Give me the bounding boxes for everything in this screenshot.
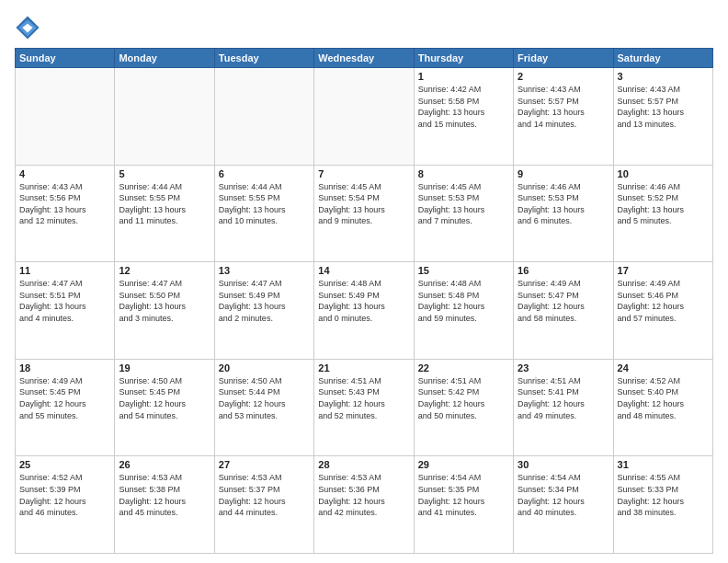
- day-number: 6: [219, 168, 310, 179]
- calendar-cell: 15Sunrise: 4:48 AM Sunset: 5:48 PM Dayli…: [414, 262, 513, 360]
- day-info: Sunrise: 4:50 AM Sunset: 5:44 PM Dayligh…: [219, 375, 310, 421]
- day-number: 11: [19, 265, 110, 276]
- calendar-cell: 10Sunrise: 4:46 AM Sunset: 5:52 PM Dayli…: [613, 165, 712, 262]
- calendar-cell: [115, 68, 214, 166]
- header: [15, 15, 713, 40]
- calendar-header-monday: Monday: [115, 49, 214, 68]
- day-info: Sunrise: 4:46 AM Sunset: 5:53 PM Dayligh…: [518, 181, 609, 227]
- calendar-week-3: 18Sunrise: 4:49 AM Sunset: 5:45 PM Dayli…: [16, 359, 713, 456]
- day-info: Sunrise: 4:54 AM Sunset: 5:35 PM Dayligh…: [418, 472, 509, 518]
- calendar-cell: 3Sunrise: 4:43 AM Sunset: 5:57 PM Daylig…: [613, 68, 712, 166]
- day-number: 9: [518, 168, 609, 179]
- day-number: 29: [418, 459, 509, 470]
- day-info: Sunrise: 4:49 AM Sunset: 5:46 PM Dayligh…: [618, 278, 709, 324]
- calendar-cell: 20Sunrise: 4:50 AM Sunset: 5:44 PM Dayli…: [214, 359, 313, 456]
- day-number: 24: [618, 362, 709, 373]
- day-info: Sunrise: 4:42 AM Sunset: 5:58 PM Dayligh…: [418, 84, 509, 130]
- page: SundayMondayTuesdayWednesdayThursdayFrid…: [0, 0, 728, 563]
- day-number: 17: [618, 265, 709, 276]
- calendar-header-saturday: Saturday: [613, 49, 712, 68]
- calendar-cell: 24Sunrise: 4:52 AM Sunset: 5:40 PM Dayli…: [613, 359, 712, 456]
- calendar-cell: 13Sunrise: 4:47 AM Sunset: 5:49 PM Dayli…: [214, 262, 313, 360]
- calendar-cell: 25Sunrise: 4:52 AM Sunset: 5:39 PM Dayli…: [16, 456, 115, 554]
- calendar-cell: 16Sunrise: 4:49 AM Sunset: 5:47 PM Dayli…: [514, 262, 613, 360]
- calendar-cell: 8Sunrise: 4:45 AM Sunset: 5:53 PM Daylig…: [414, 165, 513, 262]
- day-number: 20: [219, 362, 310, 373]
- calendar-week-4: 25Sunrise: 4:52 AM Sunset: 5:39 PM Dayli…: [16, 456, 713, 554]
- day-number: 8: [418, 168, 509, 179]
- day-info: Sunrise: 4:43 AM Sunset: 5:57 PM Dayligh…: [618, 84, 709, 130]
- day-info: Sunrise: 4:49 AM Sunset: 5:47 PM Dayligh…: [518, 278, 609, 324]
- calendar-header-thursday: Thursday: [414, 49, 513, 68]
- calendar-week-2: 11Sunrise: 4:47 AM Sunset: 5:51 PM Dayli…: [16, 262, 713, 360]
- calendar-cell: 4Sunrise: 4:43 AM Sunset: 5:56 PM Daylig…: [16, 165, 115, 262]
- calendar-cell: 27Sunrise: 4:53 AM Sunset: 5:37 PM Dayli…: [214, 456, 313, 554]
- day-number: 31: [618, 459, 709, 470]
- calendar-cell: 6Sunrise: 4:44 AM Sunset: 5:55 PM Daylig…: [214, 165, 313, 262]
- day-info: Sunrise: 4:49 AM Sunset: 5:45 PM Dayligh…: [19, 375, 110, 421]
- day-info: Sunrise: 4:50 AM Sunset: 5:45 PM Dayligh…: [119, 375, 210, 421]
- day-number: 19: [119, 362, 210, 373]
- day-info: Sunrise: 4:48 AM Sunset: 5:48 PM Dayligh…: [418, 278, 509, 324]
- day-number: 25: [19, 459, 110, 470]
- calendar-week-0: 1Sunrise: 4:42 AM Sunset: 5:58 PM Daylig…: [16, 68, 713, 166]
- calendar-cell: 22Sunrise: 4:51 AM Sunset: 5:42 PM Dayli…: [414, 359, 513, 456]
- day-number: 16: [518, 265, 609, 276]
- calendar-cell: 21Sunrise: 4:51 AM Sunset: 5:43 PM Dayli…: [314, 359, 414, 456]
- calendar-cell: 14Sunrise: 4:48 AM Sunset: 5:49 PM Dayli…: [314, 262, 414, 360]
- calendar-cell: 18Sunrise: 4:49 AM Sunset: 5:45 PM Dayli…: [16, 359, 115, 456]
- day-info: Sunrise: 4:47 AM Sunset: 5:49 PM Dayligh…: [219, 278, 310, 324]
- day-info: Sunrise: 4:43 AM Sunset: 5:57 PM Dayligh…: [518, 84, 609, 130]
- calendar-cell: 30Sunrise: 4:54 AM Sunset: 5:34 PM Dayli…: [514, 456, 613, 554]
- calendar-cell: 9Sunrise: 4:46 AM Sunset: 5:53 PM Daylig…: [514, 165, 613, 262]
- day-number: 15: [418, 265, 509, 276]
- day-number: 27: [219, 459, 310, 470]
- calendar-cell: 26Sunrise: 4:53 AM Sunset: 5:38 PM Dayli…: [115, 456, 214, 554]
- day-number: 3: [618, 71, 709, 82]
- day-number: 26: [119, 459, 210, 470]
- day-number: 21: [318, 362, 409, 373]
- day-number: 22: [418, 362, 509, 373]
- day-number: 1: [418, 71, 509, 82]
- day-info: Sunrise: 4:47 AM Sunset: 5:50 PM Dayligh…: [119, 278, 210, 324]
- day-number: 28: [318, 459, 409, 470]
- calendar-cell: 28Sunrise: 4:53 AM Sunset: 5:36 PM Dayli…: [314, 456, 414, 554]
- calendar-cell: 1Sunrise: 4:42 AM Sunset: 5:58 PM Daylig…: [414, 68, 513, 166]
- day-info: Sunrise: 4:51 AM Sunset: 5:43 PM Dayligh…: [318, 375, 409, 421]
- logo: [15, 15, 44, 40]
- day-info: Sunrise: 4:44 AM Sunset: 5:55 PM Dayligh…: [219, 181, 310, 227]
- day-number: 13: [219, 265, 310, 276]
- calendar-cell: 29Sunrise: 4:54 AM Sunset: 5:35 PM Dayli…: [414, 456, 513, 554]
- day-number: 5: [119, 168, 210, 179]
- calendar-cell: 11Sunrise: 4:47 AM Sunset: 5:51 PM Dayli…: [16, 262, 115, 360]
- calendar-cell: 5Sunrise: 4:44 AM Sunset: 5:55 PM Daylig…: [115, 165, 214, 262]
- day-number: 7: [318, 168, 409, 179]
- day-info: Sunrise: 4:46 AM Sunset: 5:52 PM Dayligh…: [618, 181, 709, 227]
- day-info: Sunrise: 4:48 AM Sunset: 5:49 PM Dayligh…: [318, 278, 409, 324]
- calendar-header-wednesday: Wednesday: [314, 49, 414, 68]
- calendar-header-sunday: Sunday: [16, 49, 115, 68]
- day-number: 12: [119, 265, 210, 276]
- calendar-header-row: SundayMondayTuesdayWednesdayThursdayFrid…: [16, 49, 713, 68]
- day-info: Sunrise: 4:52 AM Sunset: 5:39 PM Dayligh…: [19, 472, 110, 518]
- day-info: Sunrise: 4:52 AM Sunset: 5:40 PM Dayligh…: [618, 375, 709, 421]
- calendar-header-friday: Friday: [514, 49, 613, 68]
- day-number: 23: [518, 362, 609, 373]
- day-info: Sunrise: 4:45 AM Sunset: 5:54 PM Dayligh…: [318, 181, 409, 227]
- day-info: Sunrise: 4:53 AM Sunset: 5:37 PM Dayligh…: [219, 472, 310, 518]
- calendar-cell: 31Sunrise: 4:55 AM Sunset: 5:33 PM Dayli…: [613, 456, 712, 554]
- day-info: Sunrise: 4:55 AM Sunset: 5:33 PM Dayligh…: [618, 472, 709, 518]
- day-info: Sunrise: 4:51 AM Sunset: 5:41 PM Dayligh…: [518, 375, 609, 421]
- day-info: Sunrise: 4:43 AM Sunset: 5:56 PM Dayligh…: [19, 181, 110, 227]
- day-number: 10: [618, 168, 709, 179]
- day-info: Sunrise: 4:53 AM Sunset: 5:38 PM Dayligh…: [119, 472, 210, 518]
- calendar-header-tuesday: Tuesday: [214, 49, 313, 68]
- calendar-cell: [314, 68, 414, 166]
- day-info: Sunrise: 4:44 AM Sunset: 5:55 PM Dayligh…: [119, 181, 210, 227]
- day-number: 30: [518, 459, 609, 470]
- day-info: Sunrise: 4:54 AM Sunset: 5:34 PM Dayligh…: [518, 472, 609, 518]
- calendar-table: SundayMondayTuesdayWednesdayThursdayFrid…: [15, 48, 713, 554]
- day-info: Sunrise: 4:47 AM Sunset: 5:51 PM Dayligh…: [19, 278, 110, 324]
- day-number: 2: [518, 71, 609, 82]
- logo-icon: [15, 15, 40, 40]
